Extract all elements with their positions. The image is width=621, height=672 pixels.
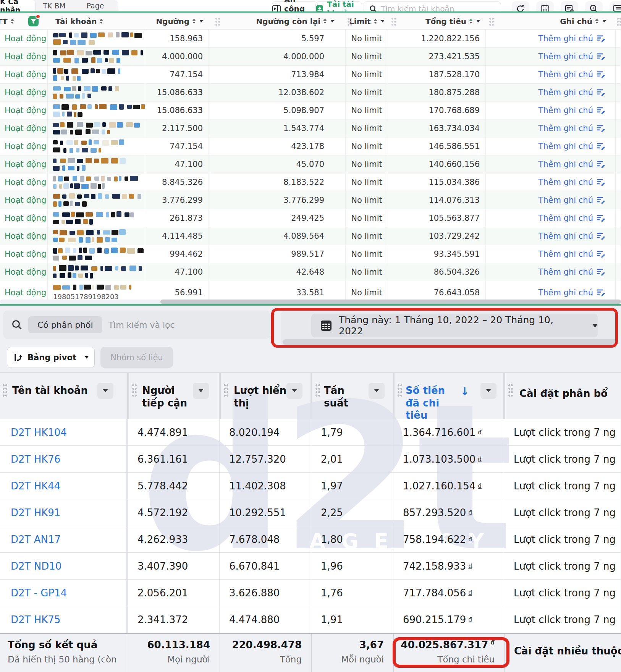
delivery-filter-chip[interactable]: Có phân phối <box>28 316 102 333</box>
tab-tk-bm[interactable]: TK BM <box>35 0 73 11</box>
add-note-label: Thêm ghi chú <box>538 52 593 61</box>
add-note-link[interactable]: Thêm ghi chú <box>486 191 616 209</box>
account-row[interactable]: Hoạt động3.776.2993.776.299No limit114.0… <box>0 191 621 209</box>
impressions-cell: 4.474.880 <box>220 606 311 633</box>
add-note-link[interactable]: Thêm ghi chú <box>486 84 616 101</box>
account-name-link[interactable]: D2T HK91 <box>0 499 128 526</box>
account-row[interactable]: Hoạt động747.154713.984No limit187.528.1… <box>0 66 621 84</box>
drag-handle-icon[interactable] <box>616 17 621 26</box>
column-header-note[interactable]: Ghi chú <box>486 13 616 30</box>
report-row[interactable]: D2T HK1044.474.8918.020.1941,791.364.716… <box>0 419 621 446</box>
column-header-attribution[interactable]: Cài đặt phân bổ <box>519 387 608 400</box>
add-note-link[interactable]: Thêm ghi chú <box>486 173 616 191</box>
drag-handle-icon[interactable] <box>489 17 494 26</box>
column-header-account-name[interactable]: Tên tài khoản <box>12 384 88 397</box>
add-note-link[interactable]: Thêm ghi chú <box>486 48 616 65</box>
column-header-account[interactable]: Tài khoản <box>48 13 145 30</box>
account-row[interactable]: Hoạt động47.10042.648No limit86.504.326T… <box>0 263 621 281</box>
drag-handle-icon[interactable] <box>397 384 403 397</box>
column-divider[interactable] <box>503 373 505 419</box>
cell-value: 2.056.201 <box>137 587 188 599</box>
drag-handle-icon[interactable] <box>391 17 396 26</box>
column-divider[interactable] <box>310 373 312 419</box>
account-name-link[interactable]: D2T HK76 <box>0 446 128 472</box>
scrollbar-thumb[interactable] <box>160 300 621 304</box>
account-row[interactable]: Hoạt động4.000.0004.000.000No limit273.4… <box>0 48 621 66</box>
add-note-link[interactable]: Thêm ghi chú <box>486 120 616 137</box>
account-row[interactable]: Hoạt động15.086.63312.038.602No limit180… <box>0 84 621 102</box>
drag-handle-icon[interactable] <box>2 384 8 397</box>
report-row[interactable]: D2T HK752.341.3724.474.8801,91690.215.17… <box>0 606 621 633</box>
drag-handle-icon[interactable] <box>223 384 229 397</box>
account-row[interactable]: Hoạt động2.117.5001.543.774No limit163.7… <box>0 120 621 138</box>
column-header-impressions[interactable]: Lượt hiển thị <box>234 384 291 409</box>
add-note-link[interactable]: Thêm ghi chú <box>486 30 616 47</box>
column-divider[interactable] <box>127 373 129 419</box>
column-menu-button[interactable] <box>480 383 496 399</box>
tab-tk-ca-nhan[interactable]: K Cá nhân <box>0 0 35 11</box>
filter-icon[interactable] <box>28 16 39 26</box>
account-name-link[interactable]: D2T AN17 <box>0 526 128 552</box>
extra-cell <box>616 66 621 83</box>
account-name-link[interactable]: D2T ND10 <box>0 553 128 579</box>
column-menu-button[interactable] <box>97 383 113 399</box>
accounts-table-header: TT Tài khoản Ngưỡng Ngưỡng còn lại Limit <box>0 13 621 30</box>
tab-page[interactable]: Page <box>73 0 117 11</box>
account-row[interactable]: Hoạt động8.845.3268.183.522No limit115.0… <box>0 173 621 191</box>
account-row[interactable]: Hoạt động261.873249.425No limit105.563.8… <box>0 209 621 227</box>
column-header-reach[interactable]: Người tiếp cận <box>142 384 199 409</box>
horizontal-scrollbar[interactable] <box>0 300 621 304</box>
report-row[interactable]: D2T HK445.778.44211.402.3081,971.027.160… <box>0 473 621 499</box>
report-row[interactable]: D2T HK766.361.16112.757.3202,011.073.103… <box>0 446 621 473</box>
account-name-link[interactable]: D2T - GP14 <box>0 580 128 606</box>
column-header-total-spend[interactable]: Tổng tiêu <box>388 13 486 30</box>
column-divider[interactable] <box>219 373 221 419</box>
cell-value: D2T HK91 <box>11 507 60 518</box>
add-note-link[interactable]: Thêm ghi chú <box>486 263 616 281</box>
report-row[interactable]: D2T ND103.407.3906.670.8411,96742.158.93… <box>0 553 621 580</box>
account-name-link[interactable]: D2T HK44 <box>0 473 128 499</box>
drag-handle-icon[interactable] <box>215 17 220 26</box>
add-note-link[interactable]: Thêm ghi chú <box>486 245 616 263</box>
report-row[interactable]: D2T AN174.262.9337.678.0481,80758.194.62… <box>0 526 621 553</box>
pivot-table-button[interactable]: Bảng pivot <box>7 347 95 368</box>
account-name-link[interactable]: D2T HK75 <box>0 606 128 633</box>
footer-title: Tổng số kết quả <box>8 639 97 651</box>
add-note-label: Thêm ghi chú <box>538 70 593 79</box>
group-metrics-button[interactable]: Nhóm số liệu <box>100 347 173 368</box>
add-note-link[interactable]: Thêm ghi chú <box>486 138 616 155</box>
report-row[interactable]: D2T - GP142.056.2013.626.8801,76717.784.… <box>0 580 621 606</box>
drag-handle-icon[interactable] <box>315 384 320 397</box>
account-row[interactable]: Hoạt động747.154423.178No limit146.586.5… <box>0 138 621 155</box>
report-search-bar[interactable]: Có phân phối Tìm kiếm và lọc <box>3 311 270 339</box>
add-note-link[interactable]: Thêm ghi chú <box>486 155 616 173</box>
add-note-link[interactable]: Thêm ghi chú <box>486 209 616 227</box>
account-row[interactable]: Hoạt động4.114.4854.089.564No limit103.7… <box>0 227 621 245</box>
account-row[interactable]: Hoạt động994.462989.517No limit93.345.59… <box>0 245 621 263</box>
date-range-button[interactable]: Tháng này: 1 Tháng 10, 2022 – 20 Tháng 1… <box>311 314 598 337</box>
column-header-amount-spent[interactable]: Số tiền đã chi tiêu <box>406 384 459 422</box>
column-menu-button[interactable] <box>193 383 209 399</box>
column-menu-button[interactable] <box>286 383 302 399</box>
account-name-link[interactable]: D2T HK104 <box>0 419 128 445</box>
account-row[interactable]: Hoạt động158.9635.597No limit1.220.822.1… <box>0 30 621 48</box>
column-header-threshold-left[interactable]: Ngưỡng còn lại <box>209 13 346 30</box>
drag-handle-icon[interactable] <box>508 384 513 397</box>
account-row[interactable]: Hoạt động47.10045.070No limit140.660.156… <box>0 155 621 173</box>
impressions-cell: 11.402.308 <box>220 473 311 499</box>
column-header-limit[interactable]: Limit <box>346 13 388 30</box>
column-header-threshold[interactable]: Ngưỡng <box>145 13 209 30</box>
chevron-down-icon <box>602 20 606 23</box>
drag-handle-icon[interactable] <box>347 17 353 26</box>
add-note-link[interactable]: Thêm ghi chú <box>486 102 616 119</box>
column-header-status[interactable]: TT <box>0 13 48 30</box>
column-header-frequency[interactable]: Tần suất <box>324 384 366 409</box>
column-menu-button[interactable] <box>369 383 385 399</box>
add-note-link[interactable]: Thêm ghi chú <box>486 66 616 83</box>
drag-handle-icon[interactable] <box>132 384 137 397</box>
add-note-link[interactable]: Thêm ghi chú <box>486 227 616 245</box>
report-row[interactable]: D2T HK914.572.19210.292.5512,25857.293.5… <box>0 499 621 526</box>
column-divider[interactable] <box>393 373 395 419</box>
account-row[interactable]: Hoạt động15.086.6335.098.907No limit170.… <box>0 102 621 120</box>
add-note-label: Thêm ghi chú <box>538 34 593 43</box>
